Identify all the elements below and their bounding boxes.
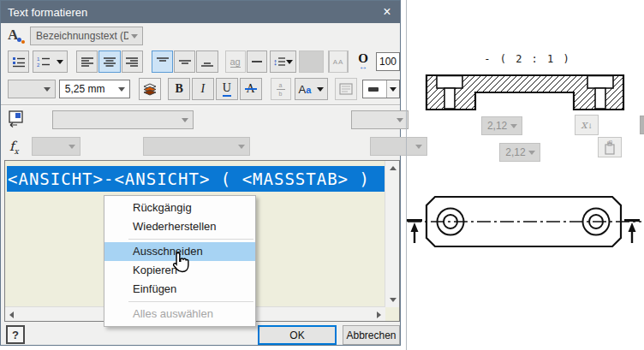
italic-button[interactable]: I bbox=[192, 78, 214, 100]
bold-button[interactable]: B bbox=[168, 78, 190, 100]
section-arrow-right bbox=[624, 221, 640, 244]
selected-text[interactable]: <ANSICHT>-<ANSICHT> ( <MASSSTAB> ) bbox=[7, 166, 385, 192]
strikethrough-label: A bbox=[247, 82, 255, 96]
font-size-value: 5,25 mm bbox=[65, 83, 105, 95]
view-scale-label: - ( 2 : 1 ) bbox=[484, 53, 570, 65]
align-left-button[interactable] bbox=[76, 50, 98, 73]
lines-icon bbox=[278, 56, 285, 67]
menu-item-paste[interactable]: Einfügen bbox=[104, 280, 255, 299]
svg-text:2: 2 bbox=[37, 62, 40, 68]
fraction-icon: a b bbox=[277, 82, 285, 97]
menu-item-select-all[interactable]: Alles auswählen bbox=[104, 305, 255, 323]
close-button[interactable]: × bbox=[374, 4, 400, 20]
align-left-icon bbox=[80, 56, 94, 68]
valign-top-icon bbox=[156, 56, 170, 68]
align-center-button[interactable] bbox=[98, 50, 120, 73]
drawing-canvas[interactable]: - ( 2 : 1 ) bbox=[401, 0, 644, 350]
component-insert-button[interactable] bbox=[8, 110, 27, 129]
baseline-label: ag bbox=[230, 56, 241, 68]
chevron-down-icon bbox=[69, 145, 75, 149]
chevron-down-icon bbox=[390, 87, 397, 92]
numbered-list-icon: 1 2 bbox=[37, 56, 51, 68]
valign-middle-button[interactable] bbox=[174, 50, 195, 73]
section-view bbox=[426, 75, 623, 110]
chevron-down-icon bbox=[44, 87, 51, 92]
width-factor-input[interactable]: 100 bbox=[376, 52, 400, 71]
width-factor-value: 100 bbox=[379, 56, 397, 68]
menu-item-redo[interactable]: Wiederherstellen bbox=[104, 217, 255, 236]
ok-button[interactable]: OK bbox=[258, 325, 337, 345]
font-size-combo[interactable]: 5,25 mm bbox=[59, 80, 131, 98]
parameter-combo[interactable] bbox=[143, 137, 250, 156]
help-button[interactable]: ? bbox=[6, 325, 25, 344]
rotate-text-icon: Aa bbox=[299, 83, 312, 96]
section-arrow-left bbox=[407, 221, 422, 244]
component-combo[interactable] bbox=[52, 110, 194, 129]
layers-icon bbox=[142, 83, 158, 96]
text-style-icon: A bbox=[8, 27, 27, 45]
scroll-up-icon[interactable] bbox=[390, 166, 397, 170]
italic-label: I bbox=[201, 82, 206, 96]
line-spacing-icon: ↕ bbox=[273, 56, 278, 67]
strike-dash-button[interactable] bbox=[247, 50, 267, 73]
scroll-right-icon[interactable] bbox=[377, 311, 381, 318]
dialog-titlebar[interactable]: Text formatieren × bbox=[1, 1, 400, 23]
bullet-list-icon bbox=[12, 56, 26, 68]
layer-button[interactable] bbox=[139, 78, 161, 100]
component-icon bbox=[8, 110, 25, 128]
scroll-left-icon[interactable] bbox=[9, 311, 14, 318]
svg-text:1: 1 bbox=[37, 56, 40, 62]
baseline-button[interactable]: ag bbox=[225, 50, 246, 73]
text-style-value: Bezeichnungstext (DI bbox=[36, 30, 128, 42]
valign-bottom-button[interactable] bbox=[196, 50, 218, 73]
stretch-AA-icon: AA bbox=[333, 58, 344, 66]
bold-label: B bbox=[175, 82, 182, 96]
ok-label: OK bbox=[289, 329, 304, 341]
text-stretch-button[interactable]: AA bbox=[328, 50, 349, 73]
underline-label: U bbox=[223, 81, 231, 96]
chevron-down-icon bbox=[238, 145, 245, 149]
valign-bottom-icon bbox=[200, 56, 214, 68]
parameter-combo-small[interactable] bbox=[32, 137, 80, 156]
top-view bbox=[407, 197, 641, 246]
chevron-down-icon bbox=[118, 87, 125, 92]
separator bbox=[1, 104, 400, 106]
vertical-scrollbar[interactable] bbox=[385, 161, 399, 307]
width-factor-icon-wrap: O ↔ bbox=[353, 50, 373, 73]
valign-top-button[interactable] bbox=[152, 50, 173, 73]
rotate-text-button[interactable]: Aa bbox=[295, 78, 329, 100]
fraction-button[interactable]: a b bbox=[271, 78, 291, 100]
selected-text-content: <ANSICHT>-<ANSICHT> ( <MASSSTAB> ) bbox=[8, 169, 370, 188]
line-spacing-button[interactable]: ↕ bbox=[270, 50, 296, 73]
symbol-dropdown[interactable] bbox=[362, 80, 400, 98]
scroll-down-icon[interactable] bbox=[390, 298, 397, 302]
menu-separator bbox=[128, 301, 253, 302]
align-right-button[interactable] bbox=[122, 50, 143, 73]
hand-cursor-icon bbox=[172, 252, 190, 274]
cancel-label: Abbrechen bbox=[346, 329, 396, 341]
strikethrough-button[interactable]: A bbox=[240, 78, 262, 100]
textbox-button[interactable] bbox=[335, 78, 357, 100]
fx-label: fx bbox=[9, 139, 19, 156]
help-icon: ? bbox=[12, 329, 19, 341]
align-center-icon bbox=[103, 56, 116, 68]
text-style-combo[interactable]: Bezeichnungstext (DI bbox=[30, 27, 143, 45]
menu-separator bbox=[128, 239, 253, 240]
font-combo[interactable] bbox=[8, 80, 56, 98]
underline-button[interactable]: U bbox=[216, 78, 238, 100]
screen: Text formatieren × A Bezeichnungstext (D… bbox=[0, 0, 644, 350]
cancel-button[interactable]: Abbrechen bbox=[343, 325, 400, 345]
chevron-down-icon bbox=[317, 87, 324, 92]
close-icon: × bbox=[383, 4, 391, 19]
chevron-down-icon bbox=[57, 60, 63, 64]
symbol-icon bbox=[368, 87, 379, 92]
dialog-title: Text formatieren bbox=[1, 6, 374, 19]
chevron-down-icon bbox=[286, 60, 293, 64]
textbox-icon bbox=[339, 83, 353, 95]
chevron-down-icon bbox=[182, 118, 188, 122]
menu-item-undo[interactable]: Rückgängig bbox=[104, 199, 255, 217]
bullet-list-button[interactable] bbox=[8, 50, 29, 73]
color-swatch-dropdown[interactable] bbox=[299, 50, 324, 73]
numbered-list-button[interactable]: 1 2 bbox=[33, 50, 68, 73]
valign-middle-icon bbox=[178, 56, 192, 68]
